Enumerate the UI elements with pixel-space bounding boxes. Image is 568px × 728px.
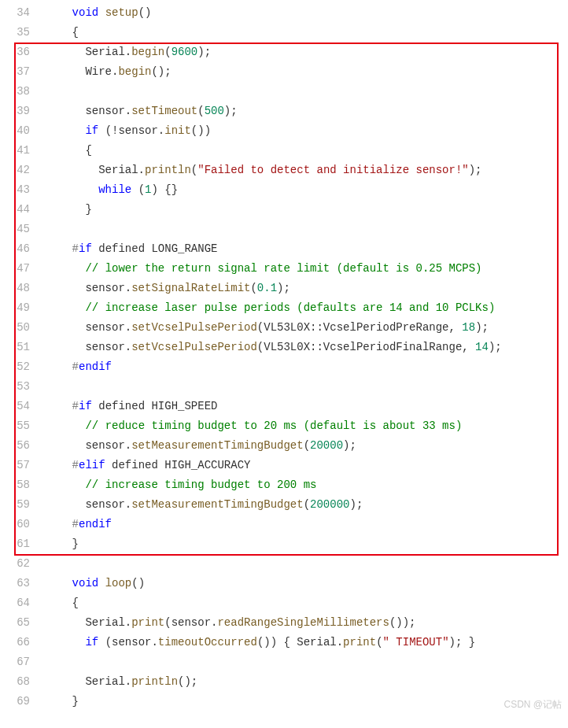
code-token: ();	[151, 65, 171, 78]
code-line[interactable]: 49 // increase laser pulse periods (defa…	[0, 298, 568, 318]
code-token: Wire.	[46, 65, 118, 78]
code-content[interactable]: #if defined HIGH_SPEED	[46, 397, 568, 416]
code-token: #	[72, 400, 79, 412]
code-editor[interactable]: 34 void setup()35 {36 Serial.begin(9600)…	[0, 3, 568, 711]
code-content[interactable]: #endif	[46, 515, 568, 534]
code-content[interactable]: sensor.setTimeout(500);	[46, 102, 568, 121]
code-content[interactable]: void setup()	[46, 3, 568, 23]
code-token: #	[72, 360, 79, 373]
code-token	[46, 183, 98, 196]
code-content[interactable]: }	[46, 200, 568, 220]
code-content[interactable]: // increase timing budget to 200 ms	[46, 475, 568, 495]
code-content[interactable]: Serial.print(sensor.readRangeSingleMilli…	[46, 613, 568, 633]
code-token: if	[79, 400, 92, 412]
code-token: setMeasurementTimingBudget	[131, 439, 303, 452]
code-line[interactable]: 57 #elif defined HIGH_ACCURACY	[0, 456, 568, 475]
code-content[interactable]: {	[46, 593, 568, 613]
code-token: sensor.	[46, 105, 131, 117]
line-number: 36	[0, 42, 46, 62]
code-line[interactable]: 60 #endif	[0, 515, 568, 534]
code-line[interactable]: 46 #if defined LONG_RANGE	[0, 239, 568, 259]
code-line[interactable]: 68 Serial.println();	[0, 672, 568, 692]
code-content[interactable]: Serial.println("Failed to detect and ini…	[46, 161, 568, 180]
code-content[interactable]: sensor.setVcselPulsePeriod(VL53L0X::Vcse…	[46, 318, 568, 338]
code-token: void	[72, 6, 99, 19]
code-line[interactable]: 43 while (1) {}	[0, 180, 568, 200]
code-line[interactable]: 64 {	[0, 593, 568, 613]
code-token	[46, 636, 85, 649]
code-line[interactable]: 44 }	[0, 200, 568, 220]
code-token: );	[197, 46, 211, 58]
code-line[interactable]: 38	[0, 82, 568, 102]
code-content[interactable]: }	[46, 534, 568, 554]
code-line[interactable]: 48 sensor.setSignalRateLimit(0.1);	[0, 279, 568, 298]
code-line[interactable]: 50 sensor.setVcselPulsePeriod(VL53L0X::V…	[0, 318, 568, 338]
line-number: 43	[0, 180, 46, 200]
line-number: 63	[0, 574, 46, 593]
code-line[interactable]: 41 {	[0, 141, 568, 161]
code-line[interactable]: 45	[0, 220, 568, 239]
code-line[interactable]: 58 // increase timing budget to 200 ms	[0, 475, 568, 495]
code-token: ())	[191, 124, 211, 137]
code-token: loop	[105, 577, 132, 589]
code-content[interactable]: sensor.setSignalRateLimit(0.1);	[46, 279, 568, 298]
line-number: 57	[0, 456, 46, 475]
code-line[interactable]: 56 sensor.setMeasurementTimingBudget(200…	[0, 436, 568, 456]
code-token: );	[224, 105, 238, 117]
code-token: endif	[79, 360, 112, 373]
code-line[interactable]: 61 }	[0, 534, 568, 554]
code-line[interactable]: 54 #if defined HIGH_SPEED	[0, 397, 568, 416]
code-line[interactable]: 59 sensor.setMeasurementTimingBudget(200…	[0, 495, 568, 515]
code-content[interactable]: {	[46, 23, 568, 42]
code-line[interactable]: 52 #endif	[0, 357, 568, 377]
code-token: setVcselPulsePeriod	[131, 321, 257, 334]
code-content[interactable]: sensor.setMeasurementTimingBudget(200000…	[46, 495, 568, 515]
code-line[interactable]: 35 {	[0, 23, 568, 42]
code-token: if	[85, 124, 98, 137]
code-content[interactable]: void loop()	[46, 574, 568, 593]
code-token: setMeasurementTimingBudget	[131, 498, 303, 511]
code-content[interactable]: // reduce timing budget to 20 ms (defaul…	[46, 416, 568, 436]
code-content[interactable]: Serial.println();	[46, 672, 568, 692]
code-token: sensor.	[46, 439, 131, 452]
code-line[interactable]: 53	[0, 377, 568, 397]
code-content[interactable]: if (!sensor.init())	[46, 121, 568, 141]
code-line[interactable]: 55 // reduce timing budget to 20 ms (def…	[0, 416, 568, 436]
code-token: init	[164, 124, 191, 137]
line-number: 55	[0, 416, 46, 436]
code-content[interactable]: // lower the return signal rate limit (d…	[46, 259, 568, 279]
line-number: 67	[0, 652, 46, 672]
code-token	[46, 301, 85, 314]
code-line[interactable]: 63 void loop()	[0, 574, 568, 593]
code-content[interactable]: #endif	[46, 357, 568, 377]
code-content[interactable]: sensor.setMeasurementTimingBudget(20000)…	[46, 436, 568, 456]
code-content[interactable]: Serial.begin(9600);	[46, 42, 568, 62]
code-line[interactable]: 34 void setup()	[0, 3, 568, 23]
code-line[interactable]: 36 Serial.begin(9600);	[0, 42, 568, 62]
code-content[interactable]: {	[46, 141, 568, 161]
line-number: 50	[0, 318, 46, 338]
line-number: 44	[0, 200, 46, 220]
code-line[interactable]: 62	[0, 554, 568, 574]
code-content[interactable]: }	[46, 692, 568, 711]
code-content[interactable]: // increase laser pulse periods (default…	[46, 298, 568, 318]
code-line[interactable]: 67	[0, 652, 568, 672]
code-line[interactable]: 65 Serial.print(sensor.readRangeSingleMi…	[0, 613, 568, 633]
code-line[interactable]: 42 Serial.println("Failed to detect and …	[0, 161, 568, 180]
code-line[interactable]: 69 }	[0, 692, 568, 711]
code-line[interactable]: 51 sensor.setVcselPulsePeriod(VL53L0X::V…	[0, 338, 568, 357]
code-content[interactable]: Wire.begin();	[46, 62, 568, 82]
code-line[interactable]: 47 // lower the return signal rate limit…	[0, 259, 568, 279]
code-line[interactable]: 40 if (!sensor.init())	[0, 121, 568, 141]
code-content[interactable]: sensor.setVcselPulsePeriod(VL53L0X::Vcse…	[46, 338, 568, 357]
code-line[interactable]: 66 if (sensor.timeoutOccurred()) { Seria…	[0, 633, 568, 652]
code-token	[98, 577, 105, 589]
code-token: #	[72, 518, 79, 530]
code-line[interactable]: 37 Wire.begin();	[0, 62, 568, 82]
code-content[interactable]: while (1) {}	[46, 180, 568, 200]
code-content[interactable]: #if defined LONG_RANGE	[46, 239, 568, 259]
code-line[interactable]: 39 sensor.setTimeout(500);	[0, 102, 568, 121]
code-content[interactable]: if (sensor.timeoutOccurred()) { Serial.p…	[46, 633, 568, 652]
code-content[interactable]: #elif defined HIGH_ACCURACY	[46, 456, 568, 475]
code-token: setTimeout	[131, 105, 197, 117]
